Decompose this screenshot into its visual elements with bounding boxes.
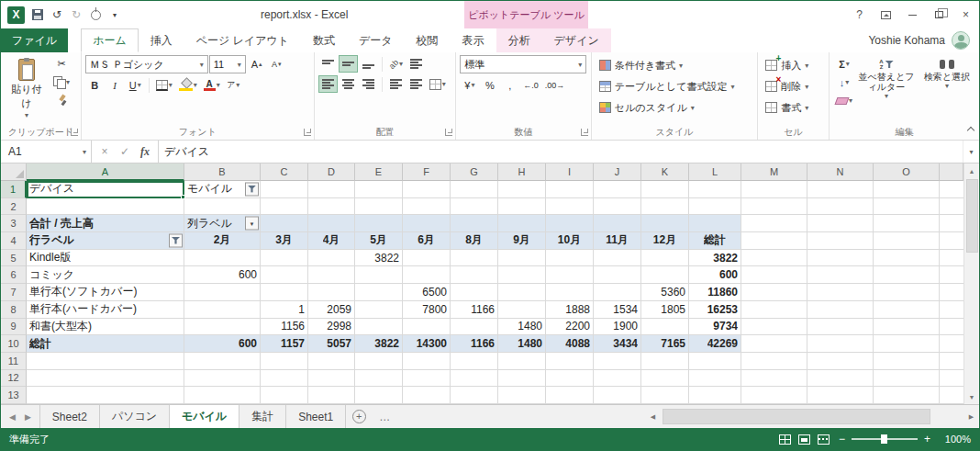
sheet-tab-sheet1[interactable]: Sheet1 [286, 405, 346, 428]
excel-logo-icon[interactable]: X [7, 6, 25, 24]
scroll-up-arrow[interactable]: ▲ [964, 163, 979, 178]
cell-i7[interactable] [546, 284, 594, 301]
cell-j13[interactable] [594, 387, 641, 404]
font-color-button[interactable]: A▾ [201, 76, 223, 94]
cell-i5[interactable] [546, 250, 594, 267]
row-header-7[interactable]: 7 [1, 284, 27, 301]
cell-k11[interactable] [641, 353, 689, 370]
user-account[interactable]: Yoshie Kohama [868, 28, 979, 52]
fill-color-button[interactable]: ▾ [176, 76, 200, 94]
cell-f6[interactable] [403, 266, 451, 284]
cell-k6[interactable] [641, 266, 689, 284]
cell-n3[interactable] [807, 215, 874, 232]
qat-customize-dropdown[interactable]: ▾ [108, 7, 121, 22]
alignment-dialog-launcher[interactable] [445, 129, 452, 136]
cell-j9[interactable]: 1900 [594, 319, 641, 336]
tab-analyze[interactable]: 分析 [496, 28, 542, 52]
cell-i8[interactable]: 1888 [546, 301, 594, 319]
cell-h11[interactable] [498, 353, 546, 370]
column-header-e[interactable]: E [355, 163, 403, 181]
format-as-table-button[interactable]: テーブルとして書式設定▾ [596, 76, 754, 96]
save-button[interactable] [31, 7, 44, 22]
fill-button[interactable]: ↓▾ [833, 73, 855, 91]
cell-j11[interactable] [594, 353, 641, 370]
cell-g8[interactable]: 1166 [451, 301, 498, 319]
cell-n8[interactable] [807, 301, 874, 319]
horizontal-scroll-track[interactable] [661, 405, 963, 428]
cell-c13[interactable] [261, 387, 308, 404]
cell-h6[interactable] [498, 266, 546, 284]
cell-m3[interactable] [741, 215, 807, 232]
cell-h7[interactable] [498, 284, 546, 301]
cell-i3[interactable] [546, 215, 594, 232]
cell-a5[interactable]: Kindle版 [27, 250, 184, 267]
cell-b7[interactable] [184, 284, 261, 301]
horizontal-scroll-thumb[interactable] [663, 409, 930, 424]
cell-j10[interactable]: 3434 [594, 335, 641, 353]
cell-f1[interactable] [403, 181, 451, 198]
cell-n13[interactable] [807, 387, 874, 404]
column-header-d[interactable]: D [308, 163, 355, 181]
cell-b13[interactable] [184, 387, 261, 404]
column-header-k[interactable]: K [641, 163, 689, 181]
increase-indent-button[interactable] [406, 75, 426, 93]
cell-k10[interactable]: 7165 [641, 335, 689, 353]
column-header-f[interactable]: F [403, 163, 451, 181]
cell-b10[interactable]: 600 [184, 335, 261, 353]
cell-l1[interactable] [689, 181, 741, 198]
zoom-out-button[interactable]: − [839, 433, 845, 445]
cell-a1[interactable]: デバイス [27, 181, 184, 198]
minimize-button[interactable] [899, 1, 926, 28]
cell-a3[interactable]: 合計 / 売上高 [27, 215, 184, 232]
column-header-c[interactable]: C [261, 163, 308, 181]
row-header-9[interactable]: 9 [1, 319, 27, 336]
cell-m4[interactable] [741, 232, 807, 250]
formula-input[interactable]: デバイス [159, 141, 963, 163]
cell-b3[interactable]: 列ラベル▼ [184, 215, 261, 232]
cell-d1[interactable] [308, 181, 355, 198]
cell-h5[interactable] [498, 250, 546, 267]
cell-j1[interactable] [594, 181, 641, 198]
cell-k1[interactable] [641, 181, 689, 198]
cell-e4[interactable]: 5月 [355, 232, 403, 250]
cell-g3[interactable] [451, 215, 498, 232]
cell-j3[interactable] [594, 215, 641, 232]
cell-l7[interactable]: 11860 [689, 284, 741, 301]
cell-f3[interactable] [403, 215, 451, 232]
scroll-down-arrow[interactable]: ▼ [964, 389, 979, 404]
cell-c10[interactable]: 1157 [261, 335, 308, 353]
comma-style-button[interactable]: , [500, 76, 519, 94]
tab-design[interactable]: デザイン [542, 28, 611, 52]
cell-m13[interactable] [741, 387, 807, 404]
number-dialog-launcher[interactable] [581, 129, 588, 136]
cell-f10[interactable]: 14300 [403, 335, 451, 353]
cell-h1[interactable] [498, 181, 546, 198]
cell-d2[interactable] [308, 198, 355, 216]
normal-view-icon[interactable] [779, 434, 791, 445]
phonetic-button[interactable]: ア▾ [224, 76, 243, 94]
sheet-next-arrow[interactable]: ▶ [25, 412, 31, 422]
cell-a13[interactable] [27, 387, 184, 404]
cell-h9[interactable]: 1480 [498, 319, 546, 336]
cell-k8[interactable]: 1805 [641, 301, 689, 319]
row-header-1[interactable]: 1 [1, 181, 27, 198]
cell-o12[interactable] [874, 370, 940, 388]
tab-insert[interactable]: 挿入 [139, 28, 184, 52]
tab-home[interactable]: ホーム [81, 28, 139, 52]
cell-n4[interactable] [807, 232, 874, 250]
cell-a6[interactable]: コミック [27, 266, 184, 284]
conditional-formatting-button[interactable]: 条件付き書式▾ [596, 55, 754, 75]
cell-m8[interactable] [741, 301, 807, 319]
cell-m5[interactable] [741, 250, 807, 267]
cell-d5[interactable] [308, 250, 355, 267]
cell-o4[interactable] [874, 232, 940, 250]
cell-b8[interactable] [184, 301, 261, 319]
cell-n6[interactable] [807, 266, 874, 284]
cell-d11[interactable] [308, 353, 355, 370]
cell-j6[interactable] [594, 266, 641, 284]
cell-a12[interactable] [27, 370, 184, 388]
cell-m11[interactable] [741, 353, 807, 370]
cell-m7[interactable] [741, 284, 807, 301]
cell-e9[interactable] [355, 319, 403, 336]
cell-e1[interactable] [355, 181, 403, 198]
